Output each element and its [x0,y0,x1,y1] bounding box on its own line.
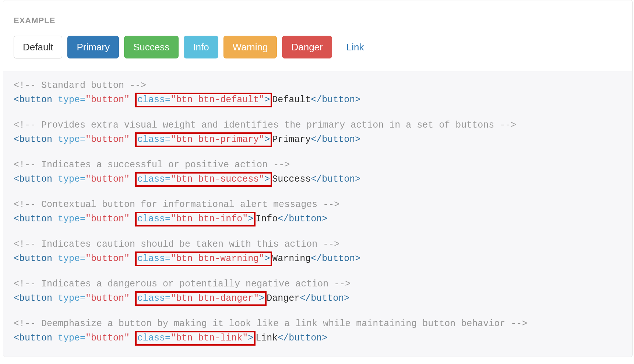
code-tag: <button [14,134,52,145]
code-comment: <!-- Indicates a dangerous or potentiall… [14,279,351,289]
code-string: "button" [85,94,130,105]
code-highlight: class="btn btn-success"> [135,172,272,187]
code-attr: type= [58,94,85,105]
code-comment: <!-- Indicates caution should be taken w… [14,239,339,250]
code-text: Primary [272,134,311,145]
code-text: Success [272,174,311,185]
code-block: <!-- Deemphasize a button by making it l… [14,317,622,346]
code-string: "button" [85,134,130,145]
code-attr: type= [58,174,85,185]
default-button[interactable]: Default [14,36,62,58]
code-snippet: <!-- Standard button --> <button type="b… [3,71,632,357]
code-string: "button" [85,293,130,304]
danger-button[interactable]: Danger [282,36,332,58]
success-button[interactable]: Success [124,36,179,58]
info-button[interactable]: Info [184,36,218,58]
code-comment: <!-- Contextual button for informational… [14,199,339,210]
code-block: <!-- Indicates caution should be taken w… [14,238,622,266]
example-header: EXAMPLE Default Primary Success Info War… [3,0,632,71]
code-close-tag: </button> [311,174,360,185]
warning-button[interactable]: Warning [223,36,277,58]
code-text: Warning [272,253,311,264]
code-highlight: class="btn btn-danger"> [135,291,267,306]
button-row: Default Primary Success Info Warning Dan… [14,36,622,71]
code-string: "button" [85,333,130,343]
code-close-tag: </button> [311,134,360,145]
code-block: <!-- Contextual button for informational… [14,198,622,226]
code-block: <!-- Provides extra visual weight and id… [14,118,622,147]
link-button[interactable]: Link [337,36,373,58]
code-text: Danger [267,293,300,304]
code-tag: <button [14,214,52,224]
code-close-tag: </button> [278,333,327,343]
code-string: "button" [85,174,130,185]
code-comment: <!-- Standard button --> [14,80,146,91]
example-panel: EXAMPLE Default Primary Success Info War… [3,0,633,357]
code-block: <!-- Standard button --> <button type="b… [14,79,622,107]
code-attr: type= [58,134,85,145]
code-block: <!-- Indicates a successful or positive … [14,158,622,187]
code-string: "button" [85,214,130,224]
code-highlight: class="btn btn-primary"> [135,132,272,147]
code-comment: <!-- Provides extra visual weight and id… [14,120,516,131]
code-text: Info [256,214,278,224]
code-tag: <button [14,293,52,304]
code-attr: type= [58,333,85,343]
code-text: Link [256,333,278,343]
code-highlight: class="btn btn-warning"> [135,251,272,267]
code-close-tag: </button> [311,94,360,105]
code-highlight: class="btn btn-link"> [135,331,256,346]
code-tag: <button [14,174,52,185]
code-attr: type= [58,293,85,304]
code-text: Default [272,94,311,105]
code-string: "button" [85,253,130,264]
code-tag: <button [14,333,52,343]
code-block: <!-- Indicates a dangerous or potentiall… [14,277,622,306]
code-comment: <!-- Indicates a successful or positive … [14,160,290,170]
code-attr: type= [58,253,85,264]
code-tag: <button [14,94,52,105]
code-attr: type= [58,214,85,224]
code-highlight: class="btn btn-info"> [135,212,256,227]
code-close-tag: </button> [278,214,327,224]
code-close-tag: </button> [300,293,349,304]
code-highlight: class="btn btn-default"> [135,93,272,108]
code-comment: <!-- Deemphasize a button by making it l… [14,318,527,329]
code-close-tag: </button> [311,253,360,264]
example-heading: EXAMPLE [14,16,622,25]
code-tag: <button [14,253,52,264]
primary-button[interactable]: Primary [67,36,119,58]
